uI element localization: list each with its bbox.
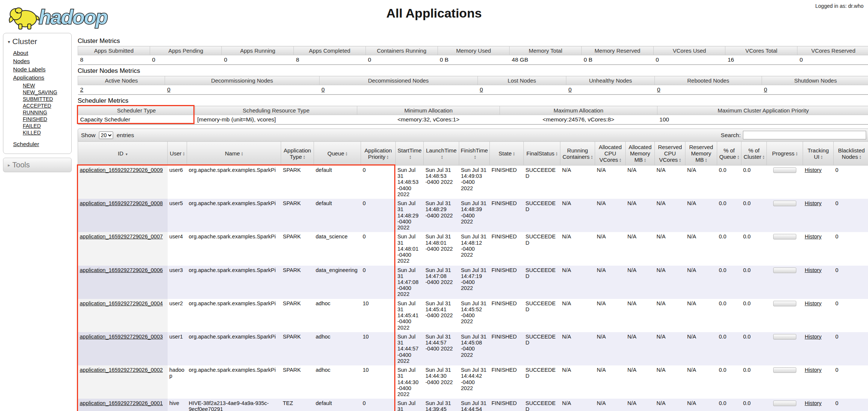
rebooted-nodes-link[interactable]: 0 bbox=[657, 86, 660, 93]
application-link[interactable]: application_1659292729026_0006 bbox=[80, 267, 163, 273]
page-size-select[interactable]: 20 bbox=[99, 132, 113, 139]
history-link[interactable]: History bbox=[805, 367, 822, 373]
tools-nav-bar[interactable]: ▸Tools bbox=[3, 158, 72, 172]
col-memory-used: Memory Used bbox=[438, 46, 510, 55]
cluster-nodes-metrics-table: Active NodesDecommissioning NodesDecommi… bbox=[78, 76, 868, 95]
col-rebooted-nodes: Rebooted Nodes bbox=[655, 76, 762, 85]
cell-allocated-cpu: N/A bbox=[595, 199, 626, 232]
cell-allocated-cpu: N/A bbox=[595, 299, 626, 332]
history-link[interactable]: History bbox=[805, 200, 822, 206]
column-header-progress[interactable]: Progress▴▾ bbox=[767, 142, 803, 166]
column-label: % of Queue bbox=[719, 147, 736, 160]
sidebar-state-new-saving[interactable]: NEW_SAVING bbox=[23, 89, 69, 95]
cell-type: SPARK bbox=[281, 266, 314, 299]
sidebar-state-running[interactable]: RUNNING bbox=[23, 109, 69, 115]
cell-blacklisted: 0 bbox=[834, 199, 868, 232]
sidebar-item-scheduler[interactable]: Scheduler bbox=[13, 141, 39, 147]
scheduler-metrics-table: Scheduler TypeScheduling Resource TypeMi… bbox=[78, 106, 868, 125]
value-apps-completed: 8 bbox=[294, 55, 366, 65]
column-header-reserved-memory-mb[interactable]: Reserved Memory MB▴▾ bbox=[685, 142, 717, 166]
history-link[interactable]: History bbox=[805, 334, 822, 340]
chevron-right-icon: ▸ bbox=[8, 163, 10, 168]
application-link[interactable]: application_1659292729026_0008 bbox=[80, 200, 163, 206]
progress-bar bbox=[773, 234, 796, 240]
application-link[interactable]: application_1659292729026_0002 bbox=[80, 367, 163, 373]
column-header-of-cluster[interactable]: % of Cluster▴▾ bbox=[741, 142, 767, 166]
column-header-starttime[interactable]: StartTime▴▾ bbox=[396, 142, 424, 166]
history-link[interactable]: History bbox=[805, 234, 822, 240]
column-label: FinishTime bbox=[461, 147, 488, 154]
application-link[interactable]: application_1659292729026_0009 bbox=[80, 167, 163, 173]
cell-allocated-mem: N/A bbox=[626, 332, 655, 365]
cell-blacklisted: 0 bbox=[834, 232, 868, 265]
column-header-application-type[interactable]: Application Type▴▾ bbox=[281, 142, 314, 166]
cell-tracking: History bbox=[803, 166, 834, 199]
column-header-id[interactable]: ID▾ bbox=[78, 142, 168, 166]
cell-queue: adhoc bbox=[314, 332, 361, 365]
sidebar-state-killed[interactable]: KILLED bbox=[23, 130, 69, 136]
cell-queue: adhoc bbox=[314, 299, 361, 332]
cell-launch: Sun Jul 31 14:44:57 -0400 2022 bbox=[424, 332, 459, 365]
sidebar-item-node-labels[interactable]: Node Labels bbox=[13, 66, 69, 73]
cluster-nav-title[interactable]: ▾Cluster bbox=[6, 35, 69, 50]
application-link[interactable]: application_1659292729026_0004 bbox=[80, 300, 163, 306]
column-header-user[interactable]: User▴▾ bbox=[168, 142, 187, 166]
cell-launch: Sun Jul 31 14:48:53 -0400 2022 bbox=[424, 166, 459, 199]
sidebar-item-applications[interactable]: Applications bbox=[13, 74, 69, 81]
sidebar-state-accepted[interactable]: ACCEPTED bbox=[23, 103, 69, 109]
column-header-finishtime[interactable]: FinishTime▴▾ bbox=[459, 142, 490, 166]
sidebar-state-submitted[interactable]: SUBMITTED bbox=[23, 96, 69, 102]
sort-icon: ▴▾ bbox=[705, 158, 707, 163]
cell-reserved-cpu: N/A bbox=[655, 199, 685, 232]
history-link[interactable]: History bbox=[805, 267, 822, 273]
cell-pct-queue: 0.0 bbox=[717, 166, 741, 199]
cluster-metrics-table: Apps SubmittedApps PendingApps RunningAp… bbox=[78, 46, 868, 65]
column-header-allocated-memory-mb[interactable]: Allocated Memory MB▴▾ bbox=[626, 142, 655, 166]
cell-state: FINISHED bbox=[490, 166, 524, 199]
search-input[interactable] bbox=[743, 131, 866, 139]
shutdown-nodes-link[interactable]: 0 bbox=[764, 86, 767, 93]
cell-user: hadoop bbox=[168, 365, 187, 399]
sidebar-item-about[interactable]: About bbox=[13, 50, 69, 56]
column-header-launchtime[interactable]: LaunchTime▴▾ bbox=[424, 142, 459, 166]
value-memory-reserved: 0 B bbox=[582, 55, 654, 65]
column-header-name[interactable]: Name▴▾ bbox=[187, 142, 281, 166]
cell-pct-cluster: 0.0 bbox=[741, 399, 767, 411]
sidebar-item-nodes[interactable]: Nodes bbox=[13, 58, 69, 65]
application-link[interactable]: application_1659292729026_0003 bbox=[80, 334, 163, 340]
column-header-allocated-cpu-vcores[interactable]: Allocated CPU VCores▴▾ bbox=[595, 142, 626, 166]
application-link[interactable]: application_1659292729026_0001 bbox=[80, 400, 163, 406]
column-label: Queue bbox=[327, 150, 344, 157]
column-header-blacklisted-nodes[interactable]: Blacklisted Nodes▴▾ bbox=[834, 142, 868, 166]
column-header-finalstatus[interactable]: FinalStatus▴▾ bbox=[524, 142, 560, 166]
column-label: FinalStatus bbox=[526, 150, 554, 157]
history-link[interactable]: History bbox=[805, 400, 822, 406]
sidebar-state-failed[interactable]: FAILED bbox=[23, 123, 69, 129]
cell-final-status: SUCCEEDED bbox=[524, 266, 560, 299]
application-link[interactable]: application_1659292729026_0007 bbox=[80, 234, 163, 240]
decommissioned-nodes-link[interactable]: 0 bbox=[321, 86, 325, 93]
sidebar-state-new[interactable]: NEW bbox=[23, 83, 69, 89]
cluster-nodes-metrics-title: Cluster Nodes Metrics bbox=[78, 67, 868, 75]
decommissioning-nodes-link[interactable]: 0 bbox=[167, 86, 171, 93]
sidebar-state-finished[interactable]: FINISHED bbox=[23, 116, 69, 122]
column-header-running-containers[interactable]: Running Containers▴▾ bbox=[560, 142, 595, 166]
column-header-queue[interactable]: Queue▴▾ bbox=[314, 142, 361, 166]
history-link[interactable]: History bbox=[805, 167, 822, 173]
cell-final-status: SUCCEEDED bbox=[524, 365, 560, 399]
column-header-tracking-ui[interactable]: Tracking UI▴▾ bbox=[803, 142, 834, 166]
cell-pct-cluster: 0.0 bbox=[741, 232, 767, 265]
col-decommissioning-nodes: Decommissioning Nodes bbox=[165, 76, 319, 85]
cell-reserved-mem: N/A bbox=[685, 332, 717, 365]
column-header-reserved-cpu-vcores[interactable]: Reserved CPU VCores▴▾ bbox=[655, 142, 685, 166]
column-header-of-queue[interactable]: % of Queue▴▾ bbox=[717, 142, 741, 166]
column-header-state[interactable]: State▴▾ bbox=[490, 142, 524, 166]
active-nodes-link[interactable]: 2 bbox=[80, 86, 84, 93]
lost-nodes-link[interactable]: 0 bbox=[480, 86, 483, 93]
history-link[interactable]: History bbox=[805, 300, 822, 306]
cell-name: org.apache.spark.examples.SparkPi bbox=[187, 166, 281, 199]
table-row: application_1659292729026_0007user4org.a… bbox=[78, 232, 868, 265]
column-header-application-priority[interactable]: Application Priority▴▾ bbox=[361, 142, 396, 166]
cell-running-containers: N/A bbox=[560, 266, 595, 299]
unhealthy-nodes-link[interactable]: 0 bbox=[569, 86, 572, 93]
